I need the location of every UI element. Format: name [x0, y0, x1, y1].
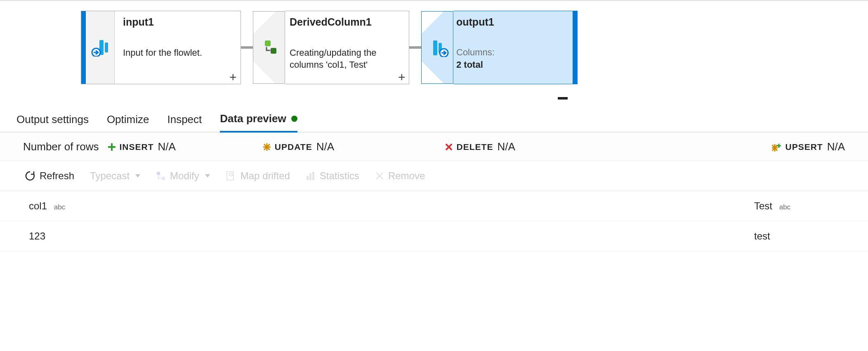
node-columns-label: Columns:	[456, 47, 564, 58]
node-description: Creating/updating the columns 'col1, Tes…	[290, 36, 401, 71]
svg-rect-5	[433, 40, 437, 55]
node-title: input1	[123, 16, 232, 28]
remove-button[interactable]: Remove	[375, 170, 425, 182]
stat-value: N/A	[497, 140, 515, 153]
preview-toolbar: Refresh Typecast Modify Map drifted Stat…	[0, 161, 868, 191]
tab-label: Data preview	[220, 112, 286, 125]
svg-rect-22	[309, 173, 311, 180]
row-counts-bar: Number of rows INSERT N/A UPDATE N/A DEL…	[0, 133, 868, 161]
map-drifted-button[interactable]: Map drifted	[226, 170, 290, 182]
node-accent-bar	[81, 11, 86, 84]
refresh-button[interactable]: Refresh	[25, 170, 74, 182]
node-derived-chevron[interactable]	[252, 11, 285, 84]
button-label: Statistics	[320, 170, 359, 182]
svg-rect-18	[157, 172, 160, 175]
status-dot-icon	[291, 116, 297, 122]
map-drifted-icon	[226, 171, 236, 181]
stat-upsert: UPSERT N/A	[772, 140, 845, 153]
typecast-button[interactable]: Typecast	[90, 170, 140, 182]
refresh-icon	[25, 171, 35, 181]
connector	[409, 46, 422, 49]
add-step-button[interactable]: +	[229, 71, 237, 83]
cell-col1: 123	[0, 221, 744, 251]
button-label: Remove	[388, 170, 425, 182]
svg-rect-1	[105, 43, 108, 52]
table-header-row: col1 abc Test abc	[0, 191, 868, 221]
data-preview-table: col1 abc Test abc 123 test	[0, 191, 868, 251]
resize-handle[interactable]	[558, 97, 568, 100]
connector	[241, 46, 253, 49]
node-content: input1 Input for the flowlet.	[115, 11, 241, 84]
stat-key: UPSERT	[785, 142, 823, 152]
remove-icon	[375, 171, 384, 180]
node-content: DerivedColumn1 Creating/updating the col…	[285, 11, 409, 84]
stat-insert: INSERT N/A	[108, 140, 176, 153]
column-type: abc	[779, 203, 790, 211]
svg-rect-21	[307, 176, 309, 180]
asterisk-icon	[263, 143, 271, 151]
modify-icon	[156, 171, 166, 181]
flowlet-input-icon	[91, 38, 109, 57]
node-output1[interactable]: output1 Columns: 2 total	[454, 11, 578, 84]
stat-key: DELETE	[457, 142, 493, 152]
flowlet-output-icon	[431, 39, 449, 57]
node-title: DerivedColumn1	[290, 16, 401, 28]
button-label: Typecast	[90, 170, 130, 182]
stat-value: N/A	[316, 140, 334, 153]
node-icon-well	[86, 11, 115, 84]
results-tabs: Output settings Optimize Inspect Data pr…	[0, 99, 868, 133]
stat-value: N/A	[827, 140, 845, 153]
node-derivedcolumn1[interactable]: DerivedColumn1 Creating/updating the col…	[285, 11, 409, 84]
column-header-test[interactable]: Test abc	[744, 191, 868, 221]
data-preview-table-wrap: col1 abc Test abc 123 test	[0, 191, 868, 251]
add-step-button[interactable]: +	[398, 71, 406, 83]
button-label: Modify	[170, 170, 199, 182]
asterisk-plus-icon	[772, 142, 781, 152]
svg-rect-3	[265, 40, 271, 46]
cell-test: test	[744, 221, 868, 251]
column-name: col1	[29, 200, 47, 211]
plus-icon	[108, 143, 116, 151]
statistics-icon	[306, 171, 316, 181]
svg-rect-19	[162, 177, 165, 180]
stat-update: UPDATE N/A	[263, 140, 334, 153]
tab-output-settings[interactable]: Output settings	[17, 113, 89, 132]
node-title: output1	[456, 16, 564, 28]
dataflow-canvas[interactable]: input1 Input for the flowlet. + DerivedC…	[0, 0, 868, 99]
tab-data-preview[interactable]: Data preview	[220, 112, 297, 133]
tab-optimize[interactable]: Optimize	[107, 113, 149, 132]
table-row[interactable]: 123 test	[0, 221, 868, 251]
stat-key: UPDATE	[275, 142, 312, 152]
node-columns-value: 2 total	[456, 59, 564, 70]
column-header-col1[interactable]: col1 abc	[0, 191, 744, 221]
x-icon	[445, 143, 453, 151]
node-content: output1 Columns: 2 total	[454, 11, 573, 84]
node-accent-bar	[573, 11, 577, 84]
button-label: Refresh	[40, 170, 74, 182]
stat-value: N/A	[158, 140, 176, 153]
column-name: Test	[754, 200, 772, 211]
derived-column-icon	[263, 40, 278, 55]
stat-delete: DELETE N/A	[445, 140, 515, 153]
svg-rect-23	[312, 172, 314, 180]
node-input1[interactable]: input1 Input for the flowlet.	[81, 11, 241, 84]
button-label: Map drifted	[241, 170, 290, 182]
column-type: abc	[54, 203, 65, 211]
statistics-button[interactable]: Statistics	[306, 170, 359, 182]
tab-inspect[interactable]: Inspect	[167, 113, 202, 132]
stat-key: INSERT	[120, 142, 154, 152]
row-counts-label: Number of rows	[23, 140, 99, 153]
node-output-chevron[interactable]	[421, 11, 454, 84]
modify-button[interactable]: Modify	[156, 170, 210, 182]
node-description: Input for the flowlet.	[123, 36, 232, 59]
